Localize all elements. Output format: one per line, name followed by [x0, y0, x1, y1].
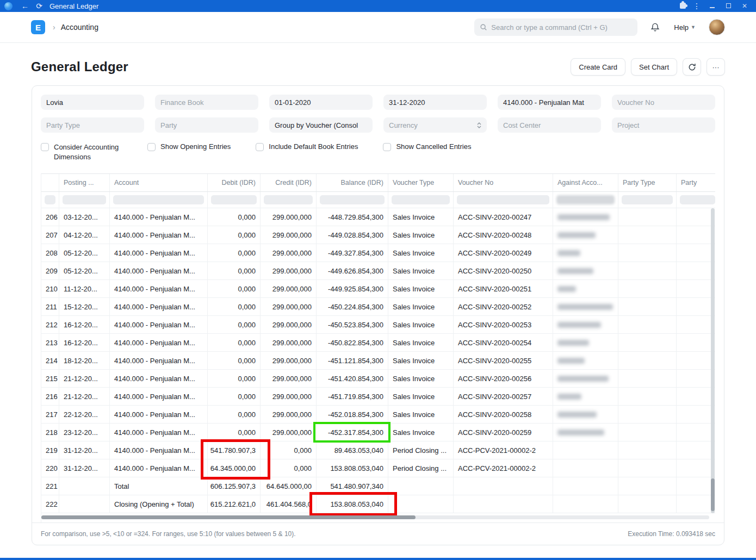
column-header-vno[interactable]: Voucher No [454, 174, 553, 191]
redacted-text [557, 412, 597, 418]
column-header-party[interactable]: Party [677, 174, 715, 191]
column-filter-ptype[interactable] [618, 192, 677, 208]
column-filter-input[interactable] [264, 195, 313, 204]
table-row[interactable]: 20905-12-20...4140.000 - Penjualan M...0… [41, 262, 715, 280]
minimize-button[interactable] [704, 2, 720, 10]
column-filter-input[interactable] [556, 195, 615, 204]
cell-ptype [618, 388, 677, 405]
back-icon[interactable]: ← [18, 2, 32, 10]
cell-account: 4140.000 - Penjualan M... [110, 459, 208, 477]
cell-account: 4140.000 - Penjualan M... [110, 352, 208, 369]
account-filter[interactable]: 4140.000 - Penjualan Mat [498, 95, 601, 110]
column-filter-input[interactable] [113, 195, 204, 204]
column-header-credit[interactable]: Credit (IDR) [261, 174, 317, 191]
table-row[interactable]: 21316-12-20...4140.000 - Penjualan M...0… [41, 334, 715, 352]
column-filter-balance[interactable] [317, 192, 388, 208]
column-filter-input[interactable] [320, 195, 385, 204]
create-card-button[interactable]: Create Card [571, 58, 625, 76]
table-row[interactable]: 221Total606.125.907,364.645.000,00541.48… [41, 477, 715, 495]
table-row[interactable]: 21621-12-20...4140.000 - Penjualan M...0… [41, 388, 715, 406]
table-row[interactable]: 21011-12-20...4140.000 - Penjualan M...0… [41, 280, 715, 298]
maximize-button[interactable] [720, 2, 736, 10]
table-row[interactable]: 22031-12-20...4140.000 - Penjualan M...6… [41, 459, 715, 477]
table-row[interactable]: 21115-12-20...4140.000 - Penjualan M...0… [41, 298, 715, 316]
refresh-button[interactable] [683, 58, 701, 76]
column-header-date[interactable]: Posting ... [59, 174, 110, 191]
table-row[interactable]: 222Closing (Opening + Total)615.212.621,… [41, 495, 715, 513]
checkbox-show-opening-entries[interactable]: Show Opening Entries [147, 142, 231, 151]
currency-select[interactable]: Currency [383, 117, 487, 133]
cost-center-filter[interactable]: Cost Center [498, 117, 601, 133]
reload-icon[interactable]: ⟳ [32, 2, 46, 10]
column-filter-party[interactable] [677, 192, 715, 208]
column-filter-input[interactable] [63, 195, 106, 204]
party-filter[interactable]: Party [155, 117, 258, 133]
table-row[interactable]: 20805-12-20...4140.000 - Penjualan M...0… [41, 244, 715, 262]
column-header-ptype[interactable]: Party Type [618, 174, 677, 191]
column-filter-input[interactable] [680, 195, 715, 204]
column-filter-input[interactable] [45, 195, 55, 204]
horizontal-scrollbar-thumb[interactable] [41, 515, 416, 519]
table-row[interactable]: 21521-12-20...4140.000 - Penjualan M...0… [41, 370, 715, 388]
column-filter-against[interactable] [553, 192, 618, 208]
table-row[interactable]: 21722-12-20...4140.000 - Penjualan M...0… [41, 406, 715, 424]
close-button[interactable]: ✕ [736, 2, 753, 10]
column-filter-no[interactable] [41, 192, 59, 208]
set-chart-button[interactable]: Set Chart [631, 58, 677, 76]
extensions-puzzle-icon[interactable] [676, 2, 690, 10]
column-filter-input[interactable] [457, 195, 549, 204]
party-type-filter[interactable]: Party Type [41, 117, 144, 133]
menu-more-button[interactable]: ··· [707, 58, 725, 76]
table-row[interactable]: 21216-12-20...4140.000 - Penjualan M...0… [41, 316, 715, 334]
page-title: General Ledger [31, 59, 128, 74]
vertical-scrollbar-thumb[interactable] [711, 478, 715, 511]
from-date-filter[interactable]: 01-01-2020 [269, 95, 373, 110]
cell-vno: ACC-SINV-2020-00252 [454, 298, 553, 315]
table-row[interactable]: 21823-12-20...4140.000 - Penjualan M...0… [41, 424, 715, 441]
cell-vtype: Sales Invoice [388, 334, 454, 351]
column-filter-credit[interactable] [261, 192, 317, 208]
horizontal-scrollbar[interactable] [41, 515, 709, 519]
column-filter-input[interactable] [622, 195, 673, 204]
column-filter-debit[interactable] [208, 192, 261, 208]
kebab-menu-icon[interactable]: ⋮ [690, 2, 704, 10]
project-filter[interactable]: Project [612, 117, 715, 133]
table-row[interactable]: 20704-12-20...4140.000 - Penjualan M...0… [41, 226, 715, 244]
breadcrumb[interactable]: Accounting [61, 23, 98, 32]
column-header-account[interactable]: Account [110, 174, 208, 191]
vertical-scrollbar[interactable] [711, 208, 715, 513]
table-row[interactable]: 21931-12-20...4140.000 - Penjualan M...5… [41, 441, 715, 459]
table-row[interactable]: 20603-12-20...4140.000 - Penjualan M...0… [41, 208, 715, 226]
column-filter-vtype[interactable] [388, 192, 454, 208]
company-filter[interactable]: Lovia [41, 95, 144, 110]
column-filter-input[interactable] [392, 195, 450, 204]
column-header-no[interactable] [41, 174, 59, 191]
column-header-balance[interactable]: Balance (IDR) [317, 174, 388, 191]
cell-account: 4140.000 - Penjualan M... [110, 441, 208, 459]
column-filter-input[interactable] [211, 195, 257, 204]
column-header-against[interactable]: Against Acco... [553, 174, 618, 191]
column-header-debit[interactable]: Debit (IDR) [208, 174, 261, 191]
column-header-vtype[interactable]: Voucher Type [388, 174, 454, 191]
to-date-filter[interactable]: 31-12-2020 [383, 95, 487, 110]
column-filter-account[interactable] [110, 192, 208, 208]
column-filter-vno[interactable] [454, 192, 553, 208]
help-menu[interactable]: Help▼ [674, 23, 696, 32]
finance-book-filter[interactable]: Finance Book [155, 95, 258, 110]
cell-credit: 299.000,000 [261, 262, 317, 279]
cell-credit: 299.000,000 [261, 388, 317, 405]
checkbox-include-default-book-entries[interactable]: Include Default Book Entries [256, 142, 358, 151]
user-avatar[interactable] [709, 19, 725, 35]
notifications-bell-icon[interactable] [650, 22, 660, 32]
cell-debit: 615.212.621,0 [208, 495, 261, 513]
cell-against [553, 459, 618, 477]
group-by-filter[interactable]: Group by Voucher (Consol [269, 117, 373, 133]
checkbox-show-cancelled-entries[interactable]: Show Cancelled Entries [383, 142, 471, 151]
column-filter-date[interactable] [59, 192, 110, 208]
cell-account: 4140.000 - Penjualan M... [110, 298, 208, 315]
search-input[interactable]: Search or type a command (Ctrl + G) [474, 18, 637, 36]
checkbox-consider-accounting-dimensions[interactable]: Consider Accounting Dimensions [41, 142, 122, 161]
erpnext-logo[interactable]: E [31, 20, 45, 34]
voucher-no-filter[interactable]: Voucher No [612, 95, 715, 110]
table-row[interactable]: 21418-12-20...4140.000 - Penjualan M...0… [41, 352, 715, 370]
